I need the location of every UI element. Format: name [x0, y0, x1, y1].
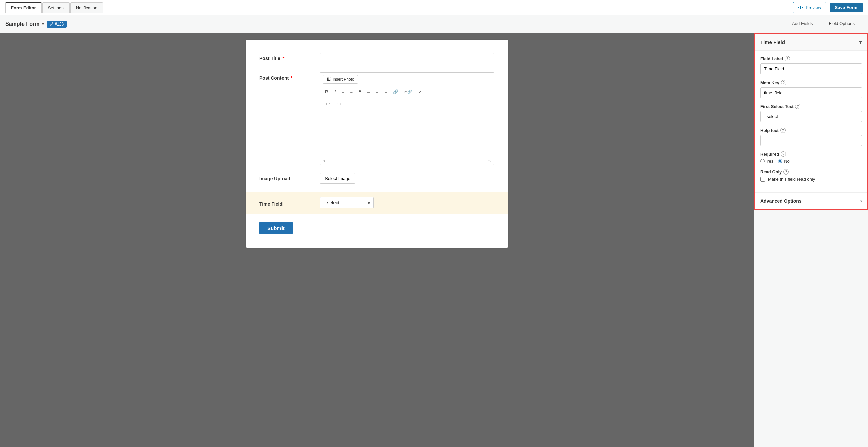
required-yes-radio[interactable]: [760, 159, 765, 164]
advanced-options-label: Advanced Options: [760, 198, 802, 204]
post-title-input[interactable]: [320, 53, 494, 64]
required-no-label[interactable]: No: [778, 159, 790, 164]
tab-notification[interactable]: Notification: [70, 2, 103, 13]
editor-toolbar: B I ≡ ≡ ❝ ≡ ≡ ≡ 🔗 ✂🔗 ⤢: [320, 86, 494, 98]
read-only-help-icon[interactable]: ?: [783, 169, 789, 174]
form-canvas-wrap: Post Title * Post Content * 🖼 I: [0, 33, 754, 447]
select-image-button[interactable]: Select Image: [320, 173, 355, 183]
advanced-options-chevron-icon: ›: [860, 197, 862, 204]
image-upload-label: Image Upload: [259, 173, 313, 181]
post-content-label: Post Content *: [259, 72, 313, 80]
first-select-text-help-icon[interactable]: ?: [795, 104, 801, 109]
link-button[interactable]: 🔗: [391, 88, 401, 96]
insert-photo-icon: 🖼: [327, 77, 331, 81]
collapse-icon[interactable]: ▾: [859, 38, 862, 46]
time-field-input-wrap: - select -: [320, 197, 494, 208]
field-options-body: Field Label ? Meta Key ? First: [755, 51, 867, 192]
submit-wrap: Submit: [259, 222, 494, 234]
preview-button[interactable]: 👁 Preview: [793, 2, 826, 13]
required-no-radio[interactable]: [778, 159, 782, 164]
editor-undo-redo: ↩ ↪: [320, 98, 494, 110]
editor-insert-toolbar: 🖼 Insert Photo: [320, 73, 494, 86]
editor-body[interactable]: [320, 110, 494, 157]
unordered-list-button[interactable]: ≡: [339, 88, 347, 96]
insert-photo-button[interactable]: 🖼 Insert Photo: [323, 75, 358, 83]
tab-field-options[interactable]: Field Options: [820, 18, 863, 30]
help-text-label: Help text ?: [760, 128, 862, 133]
editor-resize-handle[interactable]: ⤡: [488, 159, 491, 164]
help-text-group: Help text ?: [760, 128, 862, 146]
required-group: Required ? Yes No: [760, 151, 862, 164]
field-label-help-icon[interactable]: ?: [785, 56, 790, 61]
time-select[interactable]: - select -: [320, 197, 374, 208]
italic-button[interactable]: I: [332, 88, 338, 96]
badge-icon: 🖊: [50, 22, 54, 27]
meta-key-label: Meta Key ?: [760, 80, 862, 85]
read-only-group: Read Only ? Make this field read only: [760, 169, 862, 181]
required-yes-label[interactable]: Yes: [760, 159, 773, 164]
meta-key-input[interactable]: [760, 87, 862, 98]
save-form-button[interactable]: Save Form: [830, 3, 863, 12]
ordered-list-button[interactable]: ≡: [348, 88, 355, 96]
field-options-header: Time Field ▾: [755, 34, 867, 51]
tab-settings[interactable]: Settings: [42, 2, 69, 13]
editor-footer: p ⤡: [320, 157, 494, 165]
image-upload-field: Image Upload Select Image: [259, 173, 494, 183]
field-options-title: Time Field: [760, 39, 785, 45]
field-label-group: Field Label ?: [760, 56, 862, 74]
required-help-icon[interactable]: ?: [781, 151, 786, 157]
bold-button[interactable]: B: [323, 88, 331, 96]
time-select-wrap: - select -: [320, 197, 374, 208]
editor-container: 🖼 Insert Photo B I ≡ ≡ ❝ ≡ ≡ ≡: [320, 72, 494, 165]
panel-tabs: Add Fields Field Options: [784, 18, 863, 30]
editor-p-label: p: [323, 159, 325, 164]
fullscreen-button[interactable]: ⤢: [416, 88, 424, 96]
undo-button[interactable]: ↩: [323, 99, 333, 108]
form-name: Sample Form: [5, 21, 39, 27]
align-center-button[interactable]: ≡: [374, 88, 381, 96]
align-right-button[interactable]: ≡: [382, 88, 389, 96]
blockquote-button[interactable]: ❝: [356, 88, 364, 96]
required-asterisk-2: *: [289, 75, 292, 80]
nav-tabs: Form Editor Settings Notification: [5, 2, 103, 13]
submit-button[interactable]: Submit: [259, 222, 292, 234]
align-left-button[interactable]: ≡: [365, 88, 372, 96]
top-nav: Form Editor Settings Notification 👁 Prev…: [0, 0, 868, 15]
insert-photo-label: Insert Photo: [333, 77, 354, 81]
advanced-options-row[interactable]: Advanced Options ›: [755, 192, 867, 209]
first-select-text-group: First Select Text ?: [760, 104, 862, 122]
post-title-label: Post Title *: [259, 53, 313, 61]
field-label-input[interactable]: [760, 63, 862, 74]
form-name-chevron-icon[interactable]: ▾: [42, 22, 44, 27]
form-canvas: Post Title * Post Content * 🖼 I: [246, 40, 508, 248]
required-asterisk: *: [281, 56, 284, 61]
field-options-panel: Time Field ▾ Field Label ? Meta Key: [754, 33, 868, 210]
tab-add-fields[interactable]: Add Fields: [784, 18, 820, 30]
meta-key-group: Meta Key ?: [760, 80, 862, 98]
post-content-editor-wrap: 🖼 Insert Photo B I ≡ ≡ ❝ ≡ ≡ ≡: [320, 72, 494, 165]
field-label-label: Field Label ?: [760, 56, 862, 61]
required-radio-group: Yes No: [760, 159, 862, 164]
image-upload-input-wrap: Select Image: [320, 173, 494, 183]
time-field-label: Time Field: [259, 199, 313, 207]
tab-form-editor[interactable]: Form Editor: [5, 2, 42, 13]
read-only-checkbox-label[interactable]: Make this field read only: [760, 176, 862, 181]
redo-button[interactable]: ↪: [335, 99, 344, 108]
post-content-field: Post Content * 🖼 Insert Photo B I: [259, 72, 494, 165]
help-text-help-icon[interactable]: ?: [780, 128, 786, 133]
first-select-text-label: First Select Text ?: [760, 104, 862, 109]
unlink-button[interactable]: ✂🔗: [402, 88, 414, 95]
first-select-text-input[interactable]: [760, 111, 862, 122]
sub-header: Sample Form ▾ 🖊 #128 Add Fields Field Op…: [0, 15, 868, 33]
read-only-label: Read Only ?: [760, 169, 862, 174]
form-name-area: Sample Form ▾ 🖊 #128: [5, 21, 66, 28]
preview-label: Preview: [806, 5, 821, 10]
read-only-checkbox[interactable]: [760, 176, 765, 181]
help-text-input[interactable]: [760, 135, 862, 146]
meta-key-help-icon[interactable]: ?: [781, 80, 786, 85]
post-title-input-wrap: [320, 53, 494, 64]
top-nav-actions: 👁 Preview Save Form: [793, 2, 863, 13]
eye-icon: 👁: [798, 5, 804, 11]
main-layout: Post Title * Post Content * 🖼 I: [0, 33, 868, 447]
required-label: Required ?: [760, 151, 862, 157]
